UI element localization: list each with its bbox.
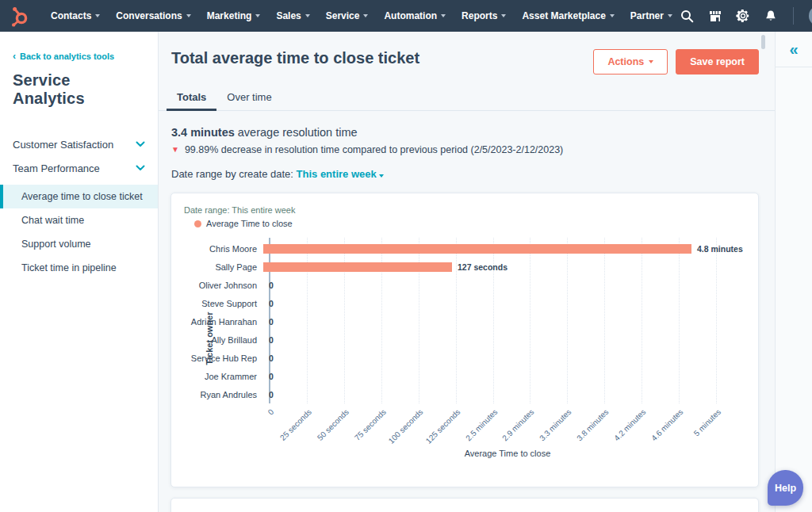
- nav-right-cluster: [680, 6, 812, 26]
- nav-item-label: Sales: [276, 10, 301, 21]
- nav-item-label: Reports: [462, 10, 497, 21]
- sidebar-section-team-performance[interactable]: Team Performance: [0, 156, 158, 180]
- nav-item-label: Service: [326, 10, 360, 21]
- chart-category-label: Sally Page: [184, 262, 263, 272]
- decrease-triangle-icon: ▼: [171, 146, 179, 154]
- main-content: Total average time to close ticket Actio…: [159, 32, 775, 512]
- chart-row: Ryan Andrules0: [184, 385, 745, 403]
- page-title: Total average time to close ticket: [171, 49, 419, 67]
- section-label: Team Performance: [13, 162, 100, 174]
- chart-category-label: Chris Moore: [184, 244, 263, 254]
- chart-bar-track: 0: [263, 276, 745, 294]
- legend-label: Average Time to close: [206, 219, 293, 228]
- summary-label: average resolution time: [235, 126, 358, 139]
- chart-category-label: Adrian Hanrahan: [184, 317, 263, 327]
- back-link-label: Back to analytics tools: [20, 52, 114, 61]
- save-report-button[interactable]: Save report: [676, 49, 759, 75]
- chevron-down-icon: [610, 14, 615, 17]
- legend-marker-icon: [194, 220, 201, 227]
- actions-button-label: Actions: [607, 56, 644, 67]
- chevron-down-icon: [305, 14, 310, 17]
- sidebar-section-customer-satisfaction[interactable]: Customer Satisfaction: [0, 132, 158, 156]
- nav-item-conversations[interactable]: Conversations: [116, 10, 190, 21]
- chart-value-label: 0: [269, 299, 274, 308]
- nav-item-marketing[interactable]: Marketing: [207, 10, 261, 21]
- nav-item-partner[interactable]: Partner: [630, 10, 672, 21]
- help-button[interactable]: Help: [768, 470, 803, 506]
- actions-button[interactable]: Actions: [593, 49, 668, 75]
- chart-category-label: Steve Support: [184, 299, 263, 308]
- x-tick-label: 3.8 minutes: [575, 407, 610, 442]
- chevron-down-icon: [379, 174, 384, 178]
- next-report-card: [170, 498, 759, 512]
- date-range-dropdown[interactable]: This entire week: [297, 168, 384, 180]
- chart-category-label: Ally Brillaud: [184, 335, 263, 345]
- nav-item-contacts[interactable]: Contacts: [51, 10, 100, 21]
- right-rail: «: [775, 32, 812, 512]
- nav-item-label: Conversations: [116, 10, 182, 21]
- chart-value-label: 127 seconds: [458, 262, 508, 272]
- chevron-down-icon: [501, 14, 506, 17]
- chart-legend[interactable]: Average Time to close: [184, 219, 745, 228]
- nav-item-asset-marketplace[interactable]: Asset Marketplace: [522, 10, 614, 21]
- sidebar-item-support-volume[interactable]: Support volume: [0, 232, 158, 256]
- chart-value-label: 0: [269, 390, 274, 399]
- x-tick-label: 3.3 minutes: [538, 407, 573, 442]
- chart-bar-track: 127 seconds: [263, 258, 745, 276]
- x-tick-label: 100 seconds: [387, 407, 425, 445]
- change-text: 99.89% decrease in resolution time compa…: [185, 144, 563, 155]
- chart-category-label: Oliver Johnson: [184, 281, 263, 290]
- chart-bar-track: 0: [263, 367, 745, 385]
- nav-item-sales[interactable]: Sales: [276, 10, 309, 21]
- chart-row: Oliver Johnson0: [184, 276, 745, 294]
- chart-bar-track: 0: [263, 385, 745, 403]
- x-tick-label: 25 seconds: [278, 407, 313, 442]
- sidebar-item-average-time-to-close-ticket[interactable]: Average time to close ticket: [0, 185, 158, 208]
- change-indicator-line: ▼ 99.89% decrease in resolution time com…: [171, 144, 762, 155]
- bar-chart: Ticket owner Chris Moore4.8 minutesSally…: [184, 239, 745, 458]
- chevron-down-icon: [668, 14, 672, 17]
- nav-item-label: Marketing: [207, 10, 252, 21]
- sidebar: ‹ Back to analytics tools Service Analyt…: [0, 32, 159, 512]
- chart-value-label: 4.8 minutes: [697, 244, 743, 254]
- hubspot-logo[interactable]: [8, 5, 32, 27]
- back-to-analytics-link[interactable]: ‹ Back to analytics tools: [0, 52, 158, 61]
- nav-item-label: Contacts: [51, 10, 91, 21]
- nav-item-reports[interactable]: Reports: [462, 10, 506, 21]
- tab-totals[interactable]: Totals: [167, 85, 216, 110]
- nav-item-automation[interactable]: Automation: [384, 10, 446, 21]
- vertical-scrollbar[interactable]: [761, 35, 765, 49]
- x-tick-label: 2.5 minutes: [464, 407, 499, 442]
- marketplace-icon[interactable]: [708, 9, 722, 23]
- chart-bar-track: 0: [263, 349, 745, 367]
- collapse-panel-icon[interactable]: «: [789, 41, 798, 57]
- chart-date-range-note: Date range: This entire week: [184, 205, 745, 215]
- x-tick-label: 0: [266, 407, 276, 417]
- tab-over-time[interactable]: Over time: [216, 85, 282, 110]
- search-icon[interactable]: [680, 9, 695, 23]
- sidebar-item-ticket-time-in-pipeline[interactable]: Ticket time in pipeline: [0, 256, 158, 280]
- chart-bar-track: 0: [263, 312, 745, 331]
- chevron-down-icon: [186, 14, 191, 17]
- x-tick-label: 125 seconds: [424, 407, 462, 445]
- report-tabs: Totals Over time: [159, 85, 775, 111]
- x-tick-label: 4.2 minutes: [612, 407, 647, 442]
- summary-value: 3.4 minutes: [171, 126, 235, 139]
- chevron-down-icon: [649, 60, 653, 63]
- x-tick-label: 5 minutes: [691, 407, 722, 437]
- user-avatar[interactable]: [809, 6, 812, 26]
- date-range-value: This entire week: [297, 168, 377, 180]
- nav-item-service[interactable]: Service: [326, 10, 369, 21]
- chart-value-label: 0: [269, 317, 274, 327]
- chart-row: Chris Moore4.8 minutes: [184, 239, 745, 258]
- sidebar-item-chat-wait-time[interactable]: Chat wait time: [0, 208, 158, 232]
- sidebar-title: Service Analytics: [0, 61, 158, 108]
- nav-item-label: Asset Marketplace: [522, 10, 605, 21]
- settings-icon[interactable]: [736, 9, 750, 23]
- chevron-down-icon: [136, 165, 145, 171]
- nav-item-label: Partner: [630, 10, 664, 21]
- chevron-down-icon: [441, 14, 446, 17]
- notifications-icon[interactable]: [764, 9, 778, 23]
- x-axis-ticks: 025 seconds50 seconds75 seconds100 secon…: [270, 403, 745, 449]
- chart-value-label: 0: [269, 353, 274, 363]
